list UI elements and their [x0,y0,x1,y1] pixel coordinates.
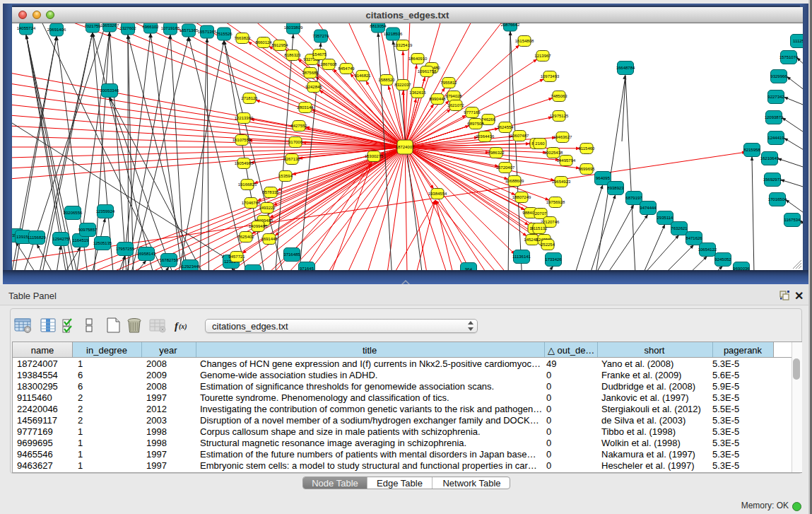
svg-text:317006: 317006 [288,140,303,144]
svg-text:971645: 971645 [300,267,314,270]
svg-text:9690036: 9690036 [733,267,750,270]
svg-text:19166825: 19166825 [238,182,257,187]
svg-text:1294275: 1294275 [52,237,69,241]
svg-text:14055724: 14055724 [17,26,36,30]
svg-text:19054985: 19054985 [235,161,254,165]
svg-text:9329966: 9329966 [770,74,787,78]
svg-text:9242845: 9242845 [305,85,322,89]
svg-text:3875685: 3875685 [302,71,319,75]
svg-text:16958147: 16958147 [137,252,156,256]
svg-text:1167534: 1167534 [784,218,801,222]
svg-text:15720407: 15720407 [496,165,515,170]
svg-text:10653267: 10653267 [100,23,119,28]
svg-text:(x): (x) [179,322,187,331]
svg-text:8660124: 8660124 [255,40,272,45]
svg-text:1213967: 1213967 [534,54,551,58]
svg-text:19756928: 19756928 [546,200,565,204]
svg-text:16033809: 16033809 [284,25,303,30]
svg-text:6879197: 6879197 [625,196,642,200]
svg-text:8322037: 8322037 [394,83,411,87]
svg-text:6794028: 6794028 [445,94,462,98]
svg-text:8990448: 8990448 [429,97,446,101]
svg-text:18640910: 18640910 [408,57,428,61]
svg-text:7663822: 7663822 [234,36,251,40]
svg-text:18807249: 18807249 [512,195,531,199]
svg-text:9245052: 9245052 [714,257,731,262]
svg-text:20053346: 20053346 [100,88,119,93]
svg-text:15300275: 15300275 [365,154,384,158]
svg-text:1164519: 1164519 [73,238,90,243]
svg-text:8454749: 8454749 [338,66,355,71]
svg-text:8938923: 8938923 [607,186,624,190]
svg-text:8215958: 8215958 [743,148,760,152]
svg-text:1362615: 1362615 [409,90,426,95]
svg-text:8186323: 8186323 [284,53,301,57]
svg-text:20707: 20707 [535,211,547,216]
svg-text:14495794: 14495794 [557,158,576,163]
svg-text:20691406: 20691406 [47,28,66,32]
svg-text:7357274: 7357274 [312,34,329,38]
svg-text:7955812: 7955812 [440,81,457,85]
svg-text:3624554: 3624554 [497,125,514,129]
svg-text:7485063: 7485063 [551,94,567,98]
svg-text:16154808: 16154808 [515,39,534,43]
svg-text:7021759: 7021759 [84,24,101,28]
svg-text:20364436: 20364436 [476,134,495,139]
svg-text:1292344: 1292344 [182,264,199,269]
svg-text:16210643: 16210643 [760,156,779,160]
svg-text:1588520: 1588520 [378,78,395,82]
svg-text:2160: 2160 [535,141,545,146]
svg-text:11136141: 11136141 [512,255,531,259]
svg-text:773434: 773434 [246,269,261,270]
svg-text:9146821: 9146821 [354,74,371,78]
svg-text:9777169: 9777169 [464,110,481,115]
svg-text:964: 964 [465,267,473,270]
svg-text:1621072: 1621072 [447,103,464,107]
svg-text:8813054: 8813054 [370,24,387,28]
svg-text:11125: 11125 [793,39,803,43]
svg-text:17016504: 17016504 [768,197,787,201]
svg-text:11156829: 11156829 [28,235,46,240]
svg-text:964095: 964095 [596,176,611,180]
svg-text:9115132: 9115132 [531,226,548,230]
svg-text:153594: 153594 [278,174,293,178]
svg-text:1493222: 1493222 [259,206,276,210]
svg-text:8912954: 8912954 [271,43,288,47]
svg-text:2718126: 2718126 [241,96,258,100]
svg-text:16782759: 16782759 [160,258,179,262]
svg-text:15692971: 15692971 [763,177,782,182]
svg-text:2935114: 2935114 [657,216,674,220]
svg-text:1733426: 1733426 [545,257,562,262]
svg-text:16571365: 16571365 [180,28,199,33]
svg-text:8578335: 8578335 [262,190,279,194]
svg-text:6897508: 6897508 [467,122,484,126]
svg-text:90975857: 90975857 [78,228,98,232]
svg-text:1691445: 1691445 [261,237,278,241]
svg-text:6966102: 6966102 [142,25,159,29]
svg-text:8427552: 8427552 [290,124,307,128]
svg-text:252254: 252254 [541,243,555,247]
svg-text:12093872: 12093872 [765,115,784,119]
svg-text:20876642: 20876642 [501,23,520,27]
svg-text:19463627: 19463627 [553,135,572,139]
svg-text:8471626: 8471626 [686,236,702,240]
svg-text:18724007: 18724007 [396,145,415,149]
svg-text:154675: 154675 [312,52,327,57]
svg-text:1327602: 1327602 [119,26,136,30]
svg-text:1244419: 1244419 [767,136,784,140]
svg-text:10961758: 10961758 [418,69,437,74]
svg-text:9457721: 9457721 [228,255,245,259]
svg-text:9115460: 9115460 [579,146,596,151]
svg-text:17957255: 17957255 [116,247,135,251]
svg-text:12213369: 12213369 [235,116,254,120]
svg-text:19654923: 19654923 [552,180,571,184]
svg-text:19218506: 19218506 [384,32,403,36]
svg-text:10719165: 10719165 [161,26,180,30]
svg-text:12359924: 12359924 [96,209,115,214]
svg-text:3267130: 3267130 [283,157,300,161]
svg-text:14099485: 14099485 [249,224,268,228]
svg-text:2867608: 2867608 [320,62,337,66]
svg-text:19384554: 19384554 [428,192,447,196]
svg-text:7632621: 7632621 [671,226,688,230]
svg-text:7515526: 7515526 [216,32,233,36]
